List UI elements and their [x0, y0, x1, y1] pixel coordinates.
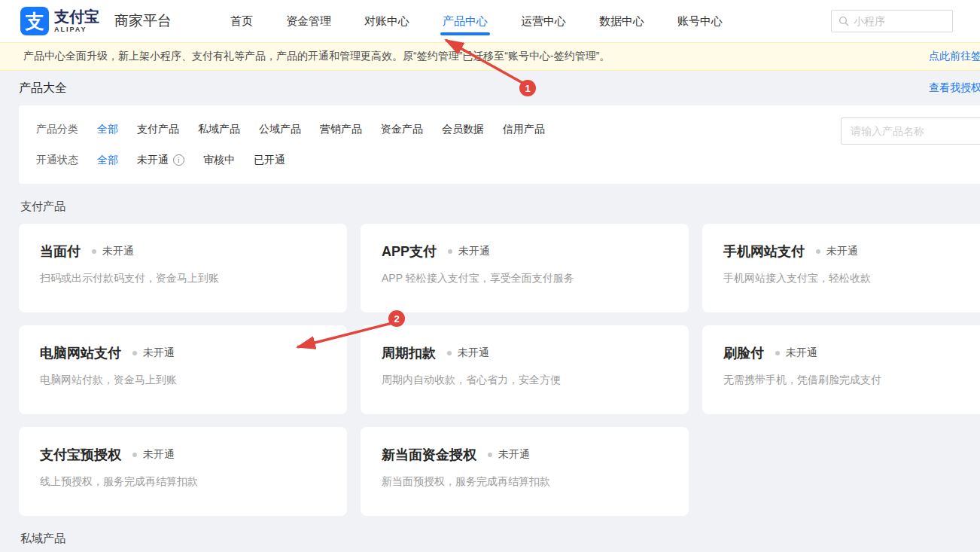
info-icon[interactable]: i	[173, 154, 184, 166]
nav-item-operation[interactable]: 运营中心	[504, 0, 583, 42]
header-search-input[interactable]	[854, 15, 936, 27]
status-dot-icon	[132, 453, 137, 457]
status-text: 未开通	[143, 448, 175, 462]
nav-item-account[interactable]: 账号中心	[661, 0, 739, 42]
status-text: 未开通	[102, 245, 134, 258]
banner-go-link[interactable]: 点此前往签约	[929, 50, 980, 63]
status-option-not-opened-label: 未开通	[137, 154, 169, 167]
status-dot-icon	[448, 249, 452, 254]
category-option-marketing[interactable]: 营销产品	[320, 123, 362, 136]
product-status: 未开通	[775, 346, 817, 360]
status-text: 未开通	[458, 346, 489, 360]
status-option-all[interactable]: 全部	[97, 154, 118, 167]
nav-item-funds[interactable]: 资金管理	[269, 0, 348, 42]
product-card-recurring-debit[interactable]: 周期扣款 未开通 周期内自动收款，省心省力，安全方便	[361, 325, 689, 414]
product-status: 未开通	[488, 448, 530, 462]
status-text: 未开通	[786, 346, 817, 360]
product-status: 未开通	[448, 245, 490, 258]
alipay-logo-icon: 支	[20, 7, 49, 35]
product-desc: 周期内自动收款，省心省力，安全方便	[382, 374, 668, 387]
card-head: 刷脸付 未开通	[723, 344, 980, 362]
brand-text: 支付宝 ALIPAY	[54, 9, 99, 33]
status-option-not-opened[interactable]: 未开通 i	[137, 154, 184, 167]
status-text: 未开通	[498, 448, 530, 462]
product-status: 未开通	[132, 448, 175, 462]
category-filter-label: 产品分类	[36, 123, 78, 136]
page-title: 产品大全	[19, 81, 67, 96]
status-text: 未开通	[143, 346, 175, 360]
product-name: 新当面资金授权	[382, 446, 476, 464]
product-card-face-pay[interactable]: 刷脸付 未开通 无需携带手机，凭借刷脸完成支付	[702, 325, 980, 414]
card-head: 新当面资金授权 未开通	[382, 446, 668, 464]
product-card-new-f2f-fund-auth[interactable]: 新当面资金授权 未开通 新当面预授权，服务完成再结算扣款	[361, 427, 689, 516]
status-option-opened[interactable]: 已开通	[254, 154, 285, 167]
product-name: 当面付	[40, 242, 81, 261]
product-status: 未开通	[447, 346, 489, 360]
product-card-face-to-face-pay[interactable]: 当面付 未开通 扫码或出示付款码支付，资金马上到账	[19, 224, 347, 313]
product-card-mobile-web-pay[interactable]: 手机网站支付 未开通 手机网站接入支付宝，轻松收款	[702, 224, 980, 313]
platform-title: 商家平台	[114, 11, 172, 31]
section-title-payment-products: 支付产品	[20, 200, 980, 214]
card-head: 当面付 未开通	[40, 242, 326, 261]
category-option-private[interactable]: 私域产品	[198, 123, 240, 136]
brand-name-en: ALIPAY	[54, 26, 99, 33]
header-search-box[interactable]	[831, 10, 953, 32]
nav-item-reconciliation[interactable]: 对账中心	[348, 0, 426, 42]
product-name: 周期扣款	[382, 344, 436, 362]
category-filter-row: 产品分类 全部 支付产品 私域产品 公域产品 营销产品 资金产品 会员数据 信用…	[36, 117, 980, 141]
product-card-pc-web-pay[interactable]: 电脑网站支付 未开通 电脑网站付款，资金马上到账	[19, 325, 347, 414]
category-option-public[interactable]: 公域产品	[259, 123, 301, 136]
product-desc: 手机网站接入支付宝，轻松收款	[723, 272, 980, 285]
product-desc: 电脑网站付款，资金马上到账	[40, 374, 326, 387]
card-head: 电脑网站支付 未开通	[40, 344, 326, 362]
product-name: 手机网站支付	[723, 242, 805, 261]
category-option-credit[interactable]: 信用产品	[503, 123, 545, 136]
section-title-private-products: 私域产品	[20, 532, 980, 546]
category-option-all[interactable]: 全部	[97, 123, 118, 136]
card-head: 支付宝预授权 未开通	[40, 446, 326, 464]
nav-item-home[interactable]: 首页	[214, 0, 269, 42]
product-card-app-pay[interactable]: APP支付 未开通 APP 轻松接入支付宝，享受全面支付服务	[361, 224, 689, 313]
product-status: 未开通	[92, 245, 134, 258]
brand-name-cn: 支付宝	[54, 9, 99, 24]
product-name: 电脑网站支付	[40, 344, 121, 362]
main-nav: 首页 资金管理 对账中心 产品中心 运营中心 数据中心 账号中心	[214, 0, 739, 42]
status-filter-row: 开通状态 全部 未开通 i 审核中 已开通	[36, 148, 980, 172]
top-header: 支 支付宝 ALIPAY 商家平台 首页 资金管理 对账中心 产品中心 运营中心…	[0, 0, 980, 42]
status-dot-icon	[92, 249, 96, 254]
product-desc: 新当面预授权，服务完成再结算扣款	[382, 475, 668, 489]
product-wall-header: 产品大全 查看我授权的	[0, 71, 980, 105]
status-dot-icon	[488, 453, 492, 457]
product-name: 刷脸付	[723, 344, 764, 362]
card-head: APP支付 未开通	[382, 242, 668, 261]
card-head: 手机网站支付 未开通	[723, 242, 980, 261]
alipay-logo[interactable]: 支 支付宝 ALIPAY	[20, 7, 99, 35]
search-icon	[838, 16, 849, 26]
upgrade-notice-banner: 产品中心全面升级，新上架小程序、支付有礼等产品，产品的开通和管理更高效。原“签约…	[0, 42, 980, 71]
status-dot-icon	[775, 351, 780, 355]
product-status: 未开通	[816, 245, 858, 258]
status-text: 未开通	[458, 245, 490, 258]
category-option-member-data[interactable]: 会员数据	[442, 123, 484, 136]
product-card-pre-auth[interactable]: 支付宝预授权 未开通 线上预授权，服务完成再结算扣款	[19, 427, 347, 516]
status-option-in-review[interactable]: 审核中	[203, 154, 235, 167]
status-text: 未开通	[826, 245, 858, 258]
status-dot-icon	[132, 351, 137, 355]
product-name: APP支付	[382, 242, 437, 261]
view-authorized-link[interactable]: 查看我授权的	[929, 81, 980, 95]
status-dot-icon	[447, 351, 452, 355]
nav-item-data-center[interactable]: 数据中心	[583, 0, 661, 42]
product-desc: APP 轻松接入支付宝，享受全面支付服务	[382, 272, 668, 285]
category-option-payment[interactable]: 支付产品	[137, 123, 179, 136]
product-name-search-input[interactable]	[841, 117, 980, 145]
banner-text: 产品中心全面升级，新上架小程序、支付有礼等产品，产品的开通和管理更高效。原“签约…	[23, 50, 610, 63]
product-desc: 线上预授权，服务完成再结算扣款	[40, 475, 326, 489]
product-card-grid: 当面付 未开通 扫码或出示付款码支付，资金马上到账 APP支付 未开通 APP …	[19, 224, 980, 516]
product-name: 支付宝预授权	[40, 446, 121, 464]
category-option-funds[interactable]: 资金产品	[381, 123, 423, 136]
status-filter-label: 开通状态	[36, 154, 78, 167]
product-desc: 无需携带手机，凭借刷脸完成支付	[723, 374, 980, 387]
product-desc: 扫码或出示付款码支付，资金马上到账	[40, 272, 326, 285]
nav-item-product-center[interactable]: 产品中心	[426, 0, 504, 42]
card-head: 周期扣款 未开通	[382, 344, 668, 362]
